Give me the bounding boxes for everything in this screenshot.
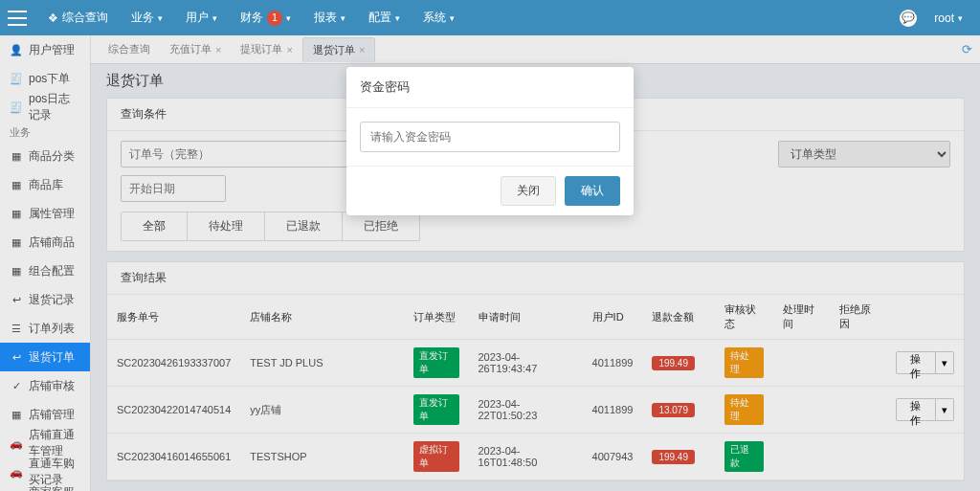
- chat-icon[interactable]: 💬: [900, 10, 917, 27]
- hamburger-icon[interactable]: [8, 11, 27, 26]
- nav-config[interactable]: 配置▾: [359, 6, 410, 30]
- modal-title: 资金密码: [346, 67, 634, 108]
- fund-password-input[interactable]: [360, 122, 620, 152]
- modal-close-button[interactable]: 关闭: [501, 176, 556, 206]
- nav-user[interactable]: 用户▾: [176, 6, 227, 30]
- nav-finance[interactable]: 财务1▾: [231, 6, 301, 30]
- nav-home[interactable]: ❖ 综合查询: [38, 6, 118, 30]
- password-modal: 资金密码 关闭 确认: [346, 67, 634, 215]
- modal-ok-button[interactable]: 确认: [565, 176, 620, 206]
- nav-system[interactable]: 系统▾: [413, 6, 464, 30]
- nav-biz[interactable]: 业务▾: [122, 6, 172, 30]
- user-menu[interactable]: root▾: [924, 8, 972, 29]
- nav-report[interactable]: 报表▾: [304, 6, 355, 30]
